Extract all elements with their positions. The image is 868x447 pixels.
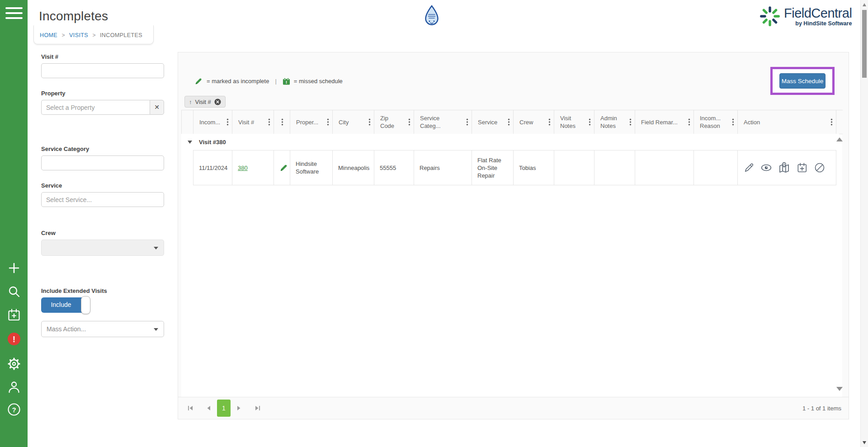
- hamburger-menu-icon[interactable]: [5, 7, 23, 20]
- column-menu-icon[interactable]: [408, 118, 410, 126]
- service-category-label: Service Category: [41, 146, 164, 152]
- column-menu-icon[interactable]: [548, 118, 551, 126]
- filter-panel: Visit # Property ✕ Service Category Serv…: [41, 53, 164, 337]
- col-header-marker[interactable]: [274, 110, 290, 134]
- col-header-crew[interactable]: Crew: [514, 110, 554, 134]
- toggle-label: Include: [41, 301, 81, 308]
- cell-service: Flat Rate On-Site Repair: [472, 151, 514, 185]
- grid-scroll-down-icon[interactable]: [836, 387, 843, 391]
- col-header-zip-code[interactable]: Zip Code: [374, 110, 414, 134]
- column-menu-icon[interactable]: [508, 118, 510, 126]
- service-input[interactable]: [41, 192, 164, 207]
- brand-name: FieldCentral: [784, 6, 852, 20]
- annotation-highlight-box: Mass Schedule: [770, 67, 835, 95]
- cell-crew: Tobias: [514, 151, 554, 185]
- breadcrumb: HOME > VISITS > INCOMPLETES: [33, 25, 154, 44]
- cancel-icon[interactable]: [814, 162, 826, 174]
- col-header-city[interactable]: City: [333, 110, 374, 134]
- cell-incomplete-reason: [694, 151, 738, 185]
- chevron-down-icon: [154, 328, 158, 331]
- column-menu-icon[interactable]: [688, 118, 690, 126]
- missed-schedule-icon: !: [283, 77, 290, 85]
- cell-incomplete-date: 11/11/2024: [193, 151, 232, 185]
- add-icon[interactable]: [7, 261, 21, 275]
- crew-select[interactable]: [41, 240, 164, 256]
- cell-property: Hindsite Software: [290, 151, 333, 185]
- col-header-service-category[interactable]: Service Categ...: [414, 110, 472, 134]
- scrollbar-thumb[interactable]: [862, 10, 867, 78]
- calendar-add-icon[interactable]: [7, 308, 21, 322]
- cell-action: [738, 151, 836, 185]
- help-icon[interactable]: ?: [7, 403, 21, 416]
- col-header-property[interactable]: Proper...: [290, 110, 333, 134]
- column-menu-icon[interactable]: [268, 118, 270, 126]
- pager-last-button[interactable]: [251, 402, 263, 414]
- legend: = marked as incomplete | ! = missed sche…: [194, 77, 343, 85]
- view-icon[interactable]: [760, 162, 772, 174]
- mass-action-value: Mass Action...: [47, 325, 86, 333]
- edit-icon[interactable]: [743, 162, 755, 174]
- column-menu-icon[interactable]: [226, 118, 229, 126]
- column-menu-icon[interactable]: [830, 118, 833, 126]
- legend-incomplete-text: = marked as incomplete: [207, 78, 269, 85]
- svg-text:?: ?: [12, 406, 16, 414]
- column-menu-icon[interactable]: [732, 118, 734, 126]
- col-header-visit-notes[interactable]: Visit Notes: [554, 110, 594, 134]
- column-menu-icon[interactable]: [466, 118, 468, 126]
- service-label: Service: [41, 182, 164, 189]
- mass-schedule-button[interactable]: Mass Schedule: [779, 73, 826, 89]
- schedule-icon[interactable]: [796, 162, 808, 174]
- page-scrollbar[interactable]: [860, 0, 868, 447]
- visit-number-input[interactable]: [41, 63, 164, 78]
- remove-sort-icon[interactable]: [214, 99, 221, 105]
- col-header-admin-notes[interactable]: Admin Notes: [594, 110, 635, 134]
- collapse-group-icon[interactable]: [188, 141, 192, 144]
- sort-chip-visit-number[interactable]: ↑ Visit #: [184, 96, 226, 108]
- legend-missed-text: = missed schedule: [294, 78, 343, 85]
- sort-chip-label: Visit #: [195, 99, 211, 105]
- chevron-down-icon: [154, 247, 158, 249]
- column-menu-icon[interactable]: [368, 118, 371, 126]
- pager: 1 1 - 1 of 1 items: [178, 397, 849, 419]
- breadcrumb-home[interactable]: HOME: [40, 32, 57, 38]
- col-header-visit-number[interactable]: Visit #: [232, 110, 274, 134]
- gear-icon[interactable]: [7, 357, 21, 371]
- col-header-service[interactable]: Service: [472, 110, 514, 134]
- user-icon[interactable]: [7, 380, 21, 394]
- clear-property-button[interactable]: ✕: [150, 100, 164, 115]
- group-label: Visit #380: [199, 139, 226, 146]
- sidebar: ! ?: [0, 0, 28, 447]
- col-header-incomplete-date[interactable]: Incom...: [193, 110, 232, 134]
- scroll-down-icon[interactable]: [863, 441, 866, 444]
- column-menu-icon[interactable]: [327, 118, 329, 126]
- visit-number-link[interactable]: 380: [238, 165, 248, 171]
- service-category-input[interactable]: [41, 155, 164, 170]
- toggle-knob[interactable]: [81, 296, 90, 314]
- column-menu-icon[interactable]: [281, 118, 283, 126]
- map-icon[interactable]: [778, 162, 790, 174]
- property-input[interactable]: [41, 100, 150, 115]
- breadcrumb-visits[interactable]: VISITS: [69, 32, 88, 38]
- col-header-field-remarks[interactable]: Field Remar...: [635, 110, 694, 134]
- pager-first-button[interactable]: [184, 402, 196, 414]
- sort-ascending-icon: ↑: [189, 99, 192, 105]
- cell-field-remarks: [635, 151, 694, 185]
- col-header-incomplete-reason[interactable]: Incom... Reason: [694, 110, 738, 134]
- pager-summary: 1 - 1 of 1 items: [802, 405, 841, 412]
- cell-visit-number: 380: [232, 151, 274, 185]
- breadcrumb-separator: >: [62, 32, 65, 38]
- fieldcentral-logo[interactable]: FieldCentral by HindSite Software: [759, 5, 845, 28]
- pager-previous-button[interactable]: [203, 402, 214, 414]
- pager-next-button[interactable]: [233, 402, 245, 414]
- pager-page-1[interactable]: 1: [217, 400, 231, 417]
- alert-icon[interactable]: !: [7, 332, 21, 346]
- property-label: Property: [41, 90, 164, 97]
- include-extended-visits-toggle[interactable]: Include: [41, 297, 88, 313]
- col-header-action[interactable]: Action: [738, 110, 836, 134]
- grid-scroll-up-icon[interactable]: [836, 137, 843, 141]
- mass-action-select[interactable]: Mass Action...: [41, 321, 164, 337]
- scroll-up-icon[interactable]: [863, 3, 866, 6]
- search-icon[interactable]: [7, 285, 21, 298]
- column-menu-icon[interactable]: [589, 118, 591, 126]
- column-menu-icon[interactable]: [629, 118, 632, 126]
